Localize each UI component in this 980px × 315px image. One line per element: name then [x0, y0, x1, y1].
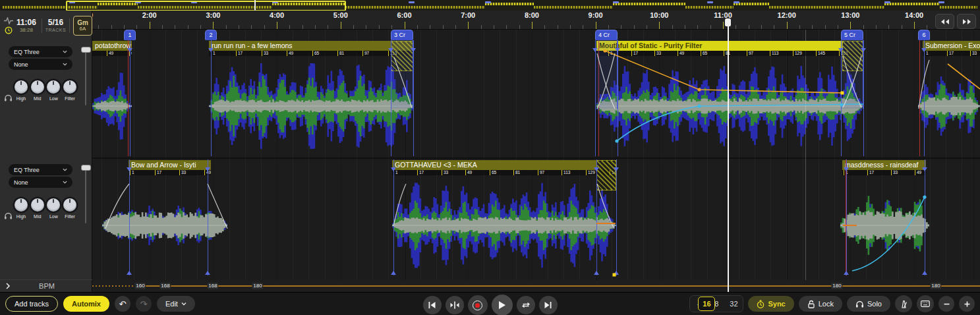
- edit-menu-button[interactable]: Edit: [157, 296, 195, 312]
- high-knob[interactable]: [14, 80, 28, 94]
- cue-marker-6[interactable]: 6: [918, 30, 930, 40]
- ruler-minor-tick: [443, 25, 444, 29]
- cue-handle[interactable]: [391, 167, 396, 171]
- filter-knob[interactable]: [63, 80, 76, 94]
- waveform[interactable]: [92, 57, 132, 155]
- waveform[interactable]: [918, 57, 980, 155]
- sync-button[interactable]: Sync: [748, 296, 793, 312]
- automix-button[interactable]: Automix: [63, 296, 109, 312]
- zoom-out-button[interactable]: [938, 296, 954, 312]
- loop-button[interactable]: [517, 296, 535, 314]
- cue-handle[interactable]: [844, 271, 849, 275]
- timeline[interactable]: potatothrow4965run run run - a few lemon…: [92, 30, 980, 280]
- add-tracks-button[interactable]: Add tracks: [5, 296, 58, 312]
- quantize-option-16[interactable]: 16: [698, 297, 715, 311]
- cue-handle[interactable]: [838, 48, 844, 52]
- cue-handle[interactable]: [391, 271, 396, 275]
- high-knob[interactable]: [14, 198, 28, 212]
- transition-region[interactable]: [595, 40, 618, 109]
- cue-handle[interactable]: [614, 167, 619, 171]
- headphone-cue-button[interactable]: [3, 210, 13, 221]
- undo-button[interactable]: ↶: [115, 296, 130, 312]
- volume-slider[interactable]: [84, 47, 87, 105]
- record-button[interactable]: [468, 295, 488, 315]
- waveform[interactable]: [392, 176, 616, 275]
- mid-knob[interactable]: [31, 198, 44, 212]
- cue-handle[interactable]: [127, 48, 132, 52]
- cue-handle[interactable]: [592, 48, 598, 52]
- solo-button[interactable]: Solo: [847, 296, 890, 312]
- waveform[interactable]: [840, 176, 929, 275]
- cue-handle[interactable]: [127, 271, 132, 275]
- transition-region[interactable]: [841, 40, 863, 109]
- transition-region[interactable]: [391, 40, 413, 109]
- eq-select[interactable]: EQ Three: [9, 46, 72, 57]
- clip-title[interactable]: masddnesss - rainsdeaf: [842, 160, 926, 170]
- headphone-cue-button[interactable]: [3, 92, 13, 103]
- playhead-handle[interactable]: [725, 18, 731, 26]
- bpm-value[interactable]: 168: [207, 283, 218, 289]
- bpm-value[interactable]: 160: [134, 283, 146, 289]
- low-knob[interactable]: [47, 198, 60, 212]
- cue-handle[interactable]: [208, 48, 214, 52]
- metronome-button[interactable]: [895, 295, 912, 312]
- cue-marker-5-cr[interactable]: 5 Cr: [841, 30, 863, 40]
- cue-handle[interactable]: [594, 167, 599, 171]
- quantize-option-32[interactable]: 32: [725, 297, 742, 311]
- fx-select[interactable]: None: [9, 59, 72, 70]
- bpm-value[interactable]: 168: [159, 283, 171, 289]
- clip-title[interactable]: GOTTAHAVEU <3 - MEKA: [392, 160, 596, 170]
- play-button[interactable]: [492, 295, 513, 315]
- volume-slider-handle[interactable]: [81, 47, 91, 53]
- volume-slider[interactable]: [84, 165, 87, 223]
- cue-handle[interactable]: [411, 48, 416, 52]
- cue-handle[interactable]: [922, 271, 927, 275]
- minimap-viewport[interactable]: [66, 1, 346, 11]
- cue-marker-1[interactable]: 1: [124, 30, 136, 40]
- scroll-right-button[interactable]: [957, 14, 976, 29]
- jump-to-playhead-button[interactable]: [446, 296, 464, 314]
- cue-handle[interactable]: [388, 48, 393, 52]
- clip-title[interactable]: Bow and Arrow - Isyti: [129, 160, 211, 170]
- cue-handle[interactable]: [205, 167, 210, 171]
- volume-slider-handle[interactable]: [81, 165, 91, 171]
- cue-handle[interactable]: [861, 48, 866, 52]
- expand-bpm-lane-button[interactable]: [5, 283, 11, 289]
- bpm-value[interactable]: 180: [252, 283, 263, 289]
- scroll-left-button[interactable]: [935, 14, 954, 29]
- minimap-overview[interactable]: [0, 0, 980, 11]
- redo-button[interactable]: ↷: [136, 296, 152, 312]
- cue-handle[interactable]: [922, 167, 927, 171]
- waveform[interactable]: [596, 57, 863, 155]
- cue-marker-2[interactable]: 2: [205, 30, 217, 40]
- cue-handle[interactable]: [614, 271, 619, 275]
- keyboard-shortcuts-button[interactable]: [917, 295, 934, 312]
- clip-title[interactable]: Mouthful of Static - Purity Filter: [596, 41, 842, 51]
- bpm-value[interactable]: 180: [930, 283, 941, 289]
- clip-title[interactable]: run run run - a few lemons: [209, 41, 414, 51]
- clip-title[interactable]: Submersion - Exod: [923, 41, 980, 51]
- cue-marker-3-cr[interactable]: 3 Cr: [391, 30, 413, 40]
- cue-marker-4-cr[interactable]: 4 Cr: [595, 30, 618, 40]
- skip-to-start-button[interactable]: [423, 296, 442, 314]
- eq-select[interactable]: EQ Three: [9, 164, 72, 175]
- low-knob[interactable]: [47, 80, 60, 94]
- mid-knob[interactable]: [31, 80, 44, 94]
- cue-handle[interactable]: [205, 271, 210, 275]
- bpm-value[interactable]: 180: [831, 283, 842, 289]
- cue-handle[interactable]: [594, 271, 599, 275]
- cue-handle[interactable]: [921, 48, 927, 52]
- bpm-automation-lane[interactable]: 160168168180180180: [92, 280, 980, 292]
- filter-knob[interactable]: [63, 198, 76, 212]
- clip-title[interactable]: potatothrow: [92, 41, 132, 51]
- cue-handle[interactable]: [615, 48, 620, 52]
- zoom-in-button[interactable]: [959, 296, 975, 312]
- lock-button[interactable]: Lock: [799, 296, 842, 312]
- waveform[interactable]: [209, 57, 413, 155]
- waveform[interactable]: [102, 176, 227, 275]
- skip-to-end-button[interactable]: [539, 296, 558, 314]
- cue-handle[interactable]: [127, 167, 132, 171]
- fx-select[interactable]: None: [9, 177, 72, 188]
- time-ruler[interactable]: 1:002:003:004:005:006:007:008:009:0010:0…: [92, 11, 980, 30]
- cue-handle[interactable]: [844, 167, 849, 171]
